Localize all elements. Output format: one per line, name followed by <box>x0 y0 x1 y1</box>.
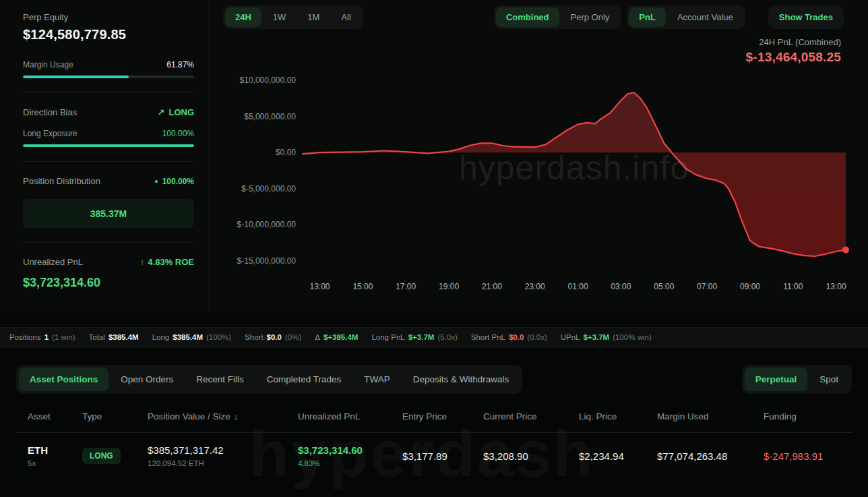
svg-text:$-10,000,000.00: $-10,000,000.00 <box>237 220 297 229</box>
summary-stat-positions: Positions1(1 win) <box>9 333 75 341</box>
account-sidebar: Perp Equity $124,580,779.85 Margin Usage… <box>0 0 210 312</box>
tab-open-orders[interactable]: Open Orders <box>110 368 184 391</box>
col-funding[interactable]: Funding <box>764 411 852 421</box>
app-root: { "colors": { "green": "#4ade80", "teal"… <box>0 0 868 497</box>
unrealized-pnl-label: Unrealized PnL <box>23 257 83 267</box>
long-exposure-label: Long Exposure <box>23 129 78 138</box>
chart-end-point <box>842 246 849 253</box>
tab-spot[interactable]: Spot <box>809 368 849 391</box>
long-exposure-value: 100.00% <box>162 129 194 138</box>
arrow-up-icon: ↑ <box>140 257 145 267</box>
perp-equity-label: Perp Equity <box>23 12 194 22</box>
position-distribution-value: ● 100.00% <box>154 177 194 186</box>
tab-combined[interactable]: Combined <box>496 7 559 27</box>
svg-text:$-15,000,000.00: $-15,000,000.00 <box>237 256 297 266</box>
leverage-value: 5x <box>28 459 82 467</box>
divider <box>23 161 194 162</box>
svg-text:13:00: 13:00 <box>826 282 846 291</box>
chart-area: 24H 1W 1M All Combined Perp Only PnL Acc… <box>210 0 868 312</box>
metric-tabs: PnL Account Value <box>627 5 745 29</box>
divider <box>23 242 194 243</box>
chart-toolbar: 24H 1W 1M All Combined Perp Only PnL Acc… <box>210 0 868 29</box>
svg-text:17:00: 17:00 <box>396 282 416 291</box>
show-trades-button[interactable]: Show Trades <box>768 5 844 29</box>
positions-summary-bar: Positions1(1 win)Total$385.4MLong$385.4M… <box>0 327 868 347</box>
svg-text:$5,000,000.00: $5,000,000.00 <box>244 112 296 121</box>
time-range-tabs: 24H 1W 1M All <box>223 5 363 29</box>
funding-cell: $-247,983.91 <box>764 450 852 462</box>
positions-tabs: Asset Positions Open Orders Recent Fills… <box>16 365 522 394</box>
tab-completed-trades[interactable]: Completed Trades <box>256 368 352 391</box>
table-row[interactable]: ETH 5x LONG $385,371,317.42 120,094.52 E… <box>16 433 852 478</box>
tab-24h[interactable]: 24H <box>225 7 261 27</box>
tab-perp-only[interactable]: Perp Only <box>561 7 620 27</box>
svg-text:$10,000,000.00: $10,000,000.00 <box>240 76 297 85</box>
tab-asset-positions[interactable]: Asset Positions <box>19 368 108 391</box>
tab-twap[interactable]: TWAP <box>353 368 401 391</box>
col-position-value[interactable]: Position Value / Size↓ <box>148 411 298 421</box>
svg-text:$-5,000,000.00: $-5,000,000.00 <box>241 184 296 194</box>
tab-account-value[interactable]: Account Value <box>667 7 743 27</box>
combine-mode-tabs: Combined Perp Only <box>494 5 621 29</box>
asset-cell: ETH 5x <box>28 444 82 467</box>
long-exposure-fill <box>23 144 194 147</box>
svg-text:15:00: 15:00 <box>352 282 373 291</box>
table-header-row: Asset Type Position Value / Size↓ Unreal… <box>16 411 852 433</box>
col-entry-price[interactable]: Entry Price <box>402 411 483 421</box>
col-asset[interactable]: Asset <box>28 411 82 421</box>
asset-positions-table: Asset Type Position Value / Size↓ Unreal… <box>16 411 852 478</box>
tab-1w[interactable]: 1W <box>263 7 297 27</box>
margin-usage-bar <box>23 76 194 78</box>
col-type[interactable]: Type <box>82 411 148 421</box>
position-value-cell: $385,371,317.42 120,094.52 ETH <box>148 444 298 467</box>
unrealized-pnl-cell: $3,723,314.60 4.83% <box>298 444 402 467</box>
pnl-caption: 24H PnL (Combined) <box>210 37 841 47</box>
long-exposure-bar <box>23 144 194 147</box>
col-liq-price[interactable]: Liq. Price <box>579 411 657 421</box>
tab-perpetual[interactable]: Perpetual <box>745 368 808 391</box>
unrealized-pnl-value: $3,723,314.60 <box>23 276 194 290</box>
svg-text:$0.00: $0.00 <box>276 148 296 157</box>
pnl-value: $-13,464,058.25 <box>210 50 841 65</box>
summary-stat-upnl: UPnL$+3.7M(100% win) <box>561 333 652 341</box>
roe-value: ↑ 4.83% ROE <box>140 257 194 267</box>
direction-bias-label: Direction Bias <box>23 107 77 117</box>
tab-1m[interactable]: 1M <box>297 7 330 27</box>
margin-usage-label: Margin Usage <box>23 60 73 69</box>
svg-text:13:00: 13:00 <box>309 282 330 291</box>
tab-pnl[interactable]: PnL <box>629 7 666 27</box>
margin-used-cell: $77,074,263.48 <box>657 450 764 462</box>
summary-stat-total: Total$385.4M <box>89 333 139 341</box>
entry-price-cell: $3,177.89 <box>402 450 483 462</box>
svg-text:19:00: 19:00 <box>439 282 459 291</box>
svg-text:11:00: 11:00 <box>783 282 803 291</box>
svg-text:05:00: 05:00 <box>654 282 674 291</box>
tab-recent-fills[interactable]: Recent Fills <box>185 368 255 391</box>
tab-deposits-withdrawals[interactable]: Deposits & Withdrawals <box>402 368 520 391</box>
overview-section: Perp Equity $124,580,779.85 Margin Usage… <box>0 0 868 312</box>
pnl-chart-svg: $10,000,000.00$5,000,000.00$0.00$-5,000,… <box>210 66 862 295</box>
divider <box>23 92 194 93</box>
direction-bias-value: ↗ LONG <box>158 107 194 117</box>
dot-icon: ● <box>154 178 158 185</box>
current-price-cell: $3,208.90 <box>483 450 579 462</box>
distribution-segment-button[interactable]: 385.37M <box>23 199 194 228</box>
col-current-price[interactable]: Current Price <box>483 411 579 421</box>
margin-usage-value: 61.87% <box>166 60 194 69</box>
svg-text:03:00: 03:00 <box>611 282 631 291</box>
svg-text:09:00: 09:00 <box>740 282 760 291</box>
long-badge: LONG <box>82 448 121 464</box>
tables-toolbar: Asset Positions Open Orders Recent Fills… <box>16 365 852 394</box>
summary-stat-long: Long$385.4M(100%) <box>152 333 231 341</box>
perp-equity-value: $124,580,779.85 <box>23 27 194 42</box>
col-margin-used[interactable]: Margin Used <box>657 411 764 421</box>
tab-all[interactable]: All <box>331 7 361 27</box>
market-tabs: Perpetual Spot <box>742 365 852 394</box>
liq-price-cell: $2,234.94 <box>579 450 657 462</box>
trend-up-icon: ↗ <box>158 107 165 117</box>
summary-stat-delta: Δ$+385.4M <box>315 333 358 341</box>
summary-stat-long-pnl: Long PnL$+3.7M(5.0x) <box>371 333 457 341</box>
svg-text:01:00: 01:00 <box>568 282 588 291</box>
col-unrealized-pnl[interactable]: Unrealized PnL <box>298 411 402 421</box>
type-cell: LONG <box>82 448 148 464</box>
